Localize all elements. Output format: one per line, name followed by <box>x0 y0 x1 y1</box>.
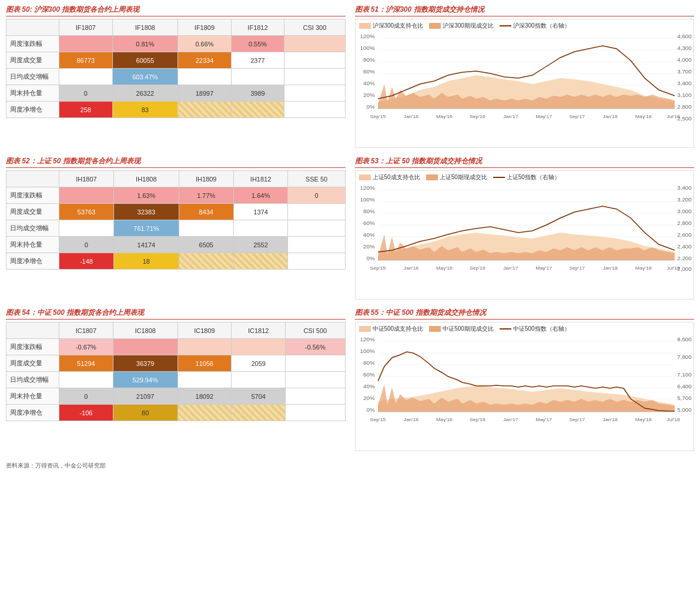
chart51-chart: 沪深300成支持仓比 沪深300期现成交比 沪深300指数（右轴） 120% <box>355 19 695 148</box>
svg-text:2,800: 2,800 <box>677 103 691 110</box>
table-row: 周度涨跌幅 -0.67% -0.56% <box>6 339 346 355</box>
cell: -148 <box>59 253 114 270</box>
legend-label: 中证500指数（右轴） <box>513 325 570 333</box>
cell <box>284 85 345 102</box>
svg-text:80%: 80% <box>363 56 375 63</box>
cell <box>231 69 284 85</box>
svg-text:3,100: 3,100 <box>677 92 691 98</box>
svg-text:Jul'18: Jul'18 <box>666 113 680 119</box>
col-if1812: IF1812 <box>231 19 284 36</box>
cell <box>284 36 345 52</box>
legend-item: 中证500指数（右轴） <box>500 325 570 333</box>
legend-item: 沪深300期现成交比 <box>429 22 494 30</box>
cell <box>177 372 232 388</box>
cell: 761.71% <box>113 220 179 237</box>
cell <box>233 220 288 237</box>
cell <box>113 339 177 355</box>
table-row: 周度净增仓 -106 80 <box>6 405 346 421</box>
svg-text:5,700: 5,700 <box>677 395 691 401</box>
legend-line <box>493 177 505 178</box>
svg-text:120%: 120% <box>360 33 374 39</box>
svg-text:120%: 120% <box>360 184 374 191</box>
chart51-legend: 沪深300成支持仓比 沪深300期现成交比 沪深300指数（右轴） <box>356 19 694 31</box>
svg-text:3,200: 3,200 <box>677 196 691 203</box>
svg-text:40%: 40% <box>363 80 375 86</box>
table-row: 日均成交增幅 529.94% <box>6 372 346 388</box>
chart52-table: IH1807 IH1808 IH1809 IH1812 SSE 50 周度涨跌幅… <box>6 170 346 270</box>
cell: 14174 <box>113 237 179 253</box>
legend-label: 上证50成支持仓比 <box>373 173 420 181</box>
cell <box>59 220 114 237</box>
col-empty <box>6 322 59 339</box>
svg-text:60%: 60% <box>363 68 375 75</box>
row-label: 周末持仓量 <box>6 85 59 102</box>
chart51-title: 图表 51：沪深300 指数期货成交持仓情况 <box>355 5 695 16</box>
svg-text:Jan'17: Jan'17 <box>503 416 518 422</box>
legend-item: 沪深300指数（右轴） <box>500 22 570 30</box>
col-ih1807: IH1807 <box>59 171 114 187</box>
legend-item: 上证50指数（右轴） <box>493 173 560 181</box>
chart55-chart: 中证500成支持仓比 中证500期现成交比 中证500指数（右轴） 120% 1… <box>355 322 695 451</box>
table-row: 周末持仓量 0 26322 18997 3989 <box>6 85 346 102</box>
cell: -0.67% <box>59 339 113 355</box>
cell: 18 <box>113 253 179 270</box>
svg-text:May'18: May'18 <box>635 416 651 422</box>
col-ic1812: IC1812 <box>232 322 286 339</box>
svg-text:May'17: May'17 <box>535 113 552 119</box>
legend-item: 中证500成支持仓比 <box>359 325 424 333</box>
cell <box>59 36 113 52</box>
cell: 80 <box>113 405 177 421</box>
svg-text:Sep'17: Sep'17 <box>569 265 585 271</box>
cell: 53763 <box>59 204 114 220</box>
cell <box>59 372 113 388</box>
svg-text:4,000: 4,000 <box>677 56 691 63</box>
row-label: 周度净增仓 <box>6 253 59 270</box>
chart51-section: 图表 51：沪深300 指数期货成交持仓情况 沪深300成支持仓比 沪深300期… <box>353 5 695 148</box>
row-label: 周度涨跌幅 <box>6 36 59 52</box>
svg-text:Sep'15: Sep'15 <box>370 265 386 271</box>
svg-text:May'16: May'16 <box>436 113 453 119</box>
col-sse50: SSE 50 <box>288 171 345 187</box>
svg-text:May'17: May'17 <box>535 416 552 422</box>
svg-text:20%: 20% <box>363 243 375 250</box>
chart54-section: 图表 54：中证 500 指数期货各合约上周表现 IC1807 IC1808 I… <box>6 308 348 451</box>
svg-text:100%: 100% <box>360 348 374 354</box>
cell: 1.77% <box>179 187 233 204</box>
row-label: 周末持仓量 <box>6 388 59 405</box>
legend-item: 上证50成支持仓比 <box>359 173 420 181</box>
cell: 1.63% <box>113 187 179 204</box>
svg-text:Jan'17: Jan'17 <box>503 113 518 119</box>
chart55-section: 图表 55：中证 500 指数期货成交持仓情况 中证500成支持仓比 中证500… <box>353 308 695 451</box>
table-row: 日均成交增幅 761.71% <box>6 220 346 237</box>
chart55-legend: 中证500成支持仓比 中证500期现成交比 中证500指数（右轴） <box>356 322 694 334</box>
cell: 0.81% <box>112 36 178 52</box>
svg-text:Sep'15: Sep'15 <box>370 416 386 422</box>
cell <box>59 69 113 85</box>
row-label: 日均成交增幅 <box>6 372 59 388</box>
cell: 11056 <box>177 355 232 372</box>
legend-label: 沪深300指数（右轴） <box>513 22 570 30</box>
cell: 2059 <box>232 355 286 372</box>
svg-text:2,800: 2,800 <box>677 220 691 226</box>
svg-text:6,400: 6,400 <box>677 383 691 389</box>
svg-text:May'16: May'16 <box>436 265 453 271</box>
cell: 0.66% <box>178 36 232 52</box>
chart50-section: 图表 50: 沪深300 指数期货各合约上周表现 IF1807 IF1808 I… <box>6 5 348 148</box>
cell: 0 <box>288 187 345 204</box>
legend-label: 沪深300成支持仓比 <box>373 22 424 30</box>
svg-text:Jan'17: Jan'17 <box>503 265 518 271</box>
col-empty <box>6 19 59 36</box>
svg-text:0%: 0% <box>366 406 374 413</box>
chart51-svg: 120% 100% 80% 60% 40% 20% 0% 4,600 4,300… <box>356 31 694 134</box>
cell: 0 <box>59 85 113 102</box>
chart55-title: 图表 55：中证 500 指数期货成交持仓情况 <box>355 308 695 320</box>
cell: 22334 <box>178 52 232 69</box>
cell <box>286 388 345 405</box>
legend-item: 上证50期现成交比 <box>426 173 487 181</box>
table-row: 周度成交量 51294 36379 11056 2059 <box>6 355 346 372</box>
svg-text:Jan'16: Jan'16 <box>403 416 418 422</box>
legend-line <box>500 25 511 26</box>
svg-text:Jul'18: Jul'18 <box>666 265 680 271</box>
chart52-section: 图表 52：上证 50 指数期货各合约上周表现 IH1807 IH1808 IH… <box>6 156 348 300</box>
cell: 60055 <box>112 52 178 69</box>
